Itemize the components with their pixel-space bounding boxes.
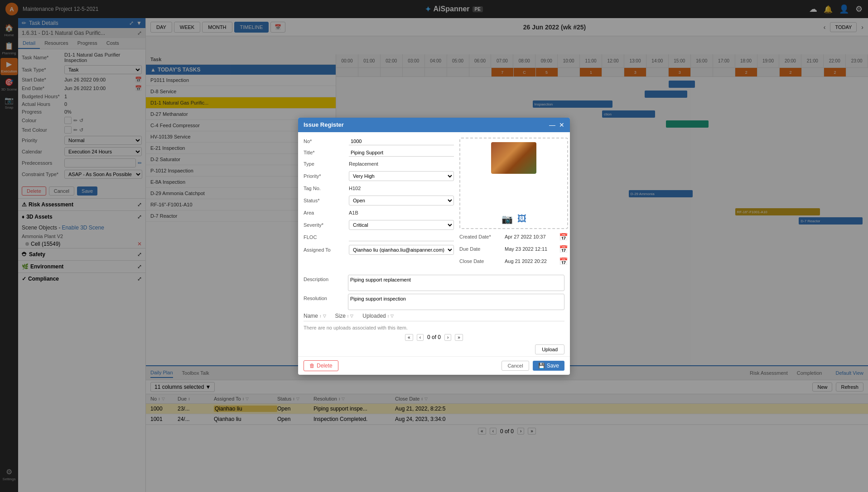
no-label: No* — [304, 139, 349, 144]
title-input[interactable] — [349, 149, 454, 157]
created-date-row: Created Date* Apr 27 2022 10:37 📅 — [459, 233, 568, 241]
modal-field-status: Status* Open Closed In Progress — [304, 196, 454, 205]
upload-button[interactable]: Upload — [535, 344, 564, 354]
upload-header: Name ↕ ▽ Size ↕ ▽ Uploaded ↕ ▽ — [304, 313, 564, 321]
due-date-value: May 23 2022 12:11 — [505, 246, 557, 252]
issue-register-modal: Issue Register — ✕ No* Title* — [298, 118, 570, 375]
modal-right-panel: 📷 🖼 Created Date* Apr 27 2022 10:37 📅 Du… — [459, 138, 568, 269]
modal-cancel-button[interactable]: Cancel — [502, 361, 529, 371]
save-icon: 💾 — [538, 363, 545, 369]
resolution-section: Resolution Piping support inspection — [298, 294, 570, 313]
created-date-calendar-icon[interactable]: 📅 — [559, 233, 568, 241]
upload-page-info: 0 of 0 — [427, 334, 441, 340]
upload-size-col: Size ↕ ▽ — [335, 313, 354, 319]
modal-thumbnail — [491, 142, 536, 174]
tagno-value: H102 — [349, 185, 454, 192]
created-date-label: Created Date* — [459, 234, 505, 239]
modal-field-floc: FLOC — [304, 234, 454, 241]
resolution-label: Resolution — [304, 294, 344, 301]
name-sort-icon[interactable]: ↕ — [319, 314, 322, 318]
due-date-calendar-icon[interactable]: 📅 — [559, 245, 568, 253]
upload-name-col: Name ↕ ▽ — [304, 313, 326, 319]
assigned-to-select[interactable]: Qianhao liu (qianhao.liu@aispanner.com) — [349, 245, 454, 255]
upload-first-page[interactable]: « — [405, 334, 413, 341]
due-date-row: Due Date May 23 2022 12:11 📅 — [459, 245, 568, 253]
modal-field-tagno: Tag No. H102 — [304, 185, 454, 192]
resolution-textarea[interactable]: Piping support inspection — [348, 294, 564, 310]
image-upload-icon[interactable]: 🖼 — [517, 214, 526, 225]
modal-close-button[interactable]: ✕ — [559, 121, 564, 129]
title-label: Title* — [304, 150, 349, 155]
name-col-label: Name — [304, 313, 318, 319]
close-date-value: Aug 21 2022 20:22 — [505, 258, 557, 264]
modal-field-priority: Priority* Very High Low Medium High Crit… — [304, 171, 454, 181]
modal-image-container — [464, 142, 564, 174]
modal-footer-right: Cancel 💾 Save — [502, 361, 564, 371]
upload-empty-text: There are no uploads associated with thi… — [304, 323, 564, 332]
description-section: Description Piping support replacement — [298, 275, 570, 294]
modal-image-icons: 📷 🖼 — [502, 214, 526, 225]
status-modal-label: Status* — [304, 198, 349, 203]
name-filter-icon[interactable]: ▽ — [323, 314, 326, 318]
modal-field-title: Title* — [304, 149, 454, 157]
uploaded-sort-icon[interactable]: ↕ — [387, 314, 390, 318]
size-col-label: Size — [335, 313, 346, 319]
modal-image-area: 📷 🖼 — [459, 138, 568, 229]
modal-form: No* Title* Type Replacement Priority* — [304, 138, 454, 269]
description-label: Description — [304, 275, 344, 282]
upload-button-row: Upload — [298, 343, 570, 356]
uploads-section: Name ↕ ▽ Size ↕ ▽ Uploaded ↕ ▽ There are… — [298, 313, 570, 343]
modal-footer: 🗑 Delete Cancel 💾 Save — [298, 356, 570, 375]
upload-last-page[interactable]: » — [455, 334, 463, 341]
modal-field-no: No* — [304, 138, 454, 145]
created-date-value: Apr 27 2022 10:37 — [505, 234, 557, 239]
close-date-label: Close Date — [459, 258, 505, 264]
modal-minimize-button[interactable]: — — [549, 121, 555, 129]
modal-overlay: Issue Register — ✕ No* Title* — [0, 0, 868, 492]
size-sort-icon[interactable]: ↕ — [347, 314, 349, 318]
area-value: A1B — [349, 209, 454, 216]
close-date-calendar-icon[interactable]: 📅 — [559, 257, 568, 266]
upload-prev-page[interactable]: ‹ — [417, 334, 424, 341]
type-label: Type — [304, 161, 349, 167]
upload-pagination: « ‹ 0 of 0 › » — [304, 332, 564, 343]
area-label: Area — [304, 210, 349, 215]
floc-label: FLOC — [304, 234, 349, 240]
priority-modal-label: Priority* — [304, 173, 349, 179]
assigned-to-label: Assigned To — [304, 247, 349, 253]
due-date-label: Due Date — [459, 246, 505, 252]
modal-header: Issue Register — ✕ — [298, 118, 570, 132]
close-date-row: Close Date Aug 21 2022 20:22 📅 — [459, 257, 568, 266]
modal-save-button[interactable]: 💾 Save — [533, 361, 564, 371]
modal-field-area: Area A1B — [304, 209, 454, 216]
uploaded-col-label: Uploaded — [362, 313, 386, 319]
modal-field-assigned: Assigned To Qianhao liu (qianhao.liu@ais… — [304, 245, 454, 255]
severity-label: Severity* — [304, 222, 349, 228]
modal-field-type: Type Replacement — [304, 160, 454, 167]
modal-delete-button[interactable]: 🗑 Delete — [304, 360, 338, 371]
uploaded-filter-icon[interactable]: ▽ — [391, 314, 394, 318]
modal-title: Issue Register — [304, 121, 344, 128]
delete-icon: 🗑 — [309, 363, 315, 369]
tagno-label: Tag No. — [304, 186, 349, 191]
modal-dates: Created Date* Apr 27 2022 10:37 📅 Due Da… — [459, 233, 568, 269]
status-modal-select[interactable]: Open Closed In Progress — [349, 196, 454, 205]
thumbnail-image — [491, 142, 536, 174]
priority-modal-select[interactable]: Very High Low Medium High Critical — [349, 171, 454, 181]
modal-field-severity: Severity* Critical Low Medium High — [304, 220, 454, 230]
upload-next-page[interactable]: › — [444, 334, 451, 341]
no-input[interactable] — [349, 138, 454, 145]
floc-input[interactable] — [349, 234, 454, 241]
size-filter-icon[interactable]: ▽ — [350, 314, 353, 318]
modal-body: No* Title* Type Replacement Priority* — [298, 132, 570, 275]
description-textarea[interactable]: Piping support replacement — [348, 275, 564, 291]
upload-uploaded-col: Uploaded ↕ ▽ — [362, 313, 394, 319]
severity-select[interactable]: Critical Low Medium High — [349, 220, 454, 230]
modal-header-actions: — ✕ — [549, 121, 564, 129]
type-value: Replacement — [349, 160, 454, 167]
camera-icon[interactable]: 📷 — [502, 214, 513, 225]
